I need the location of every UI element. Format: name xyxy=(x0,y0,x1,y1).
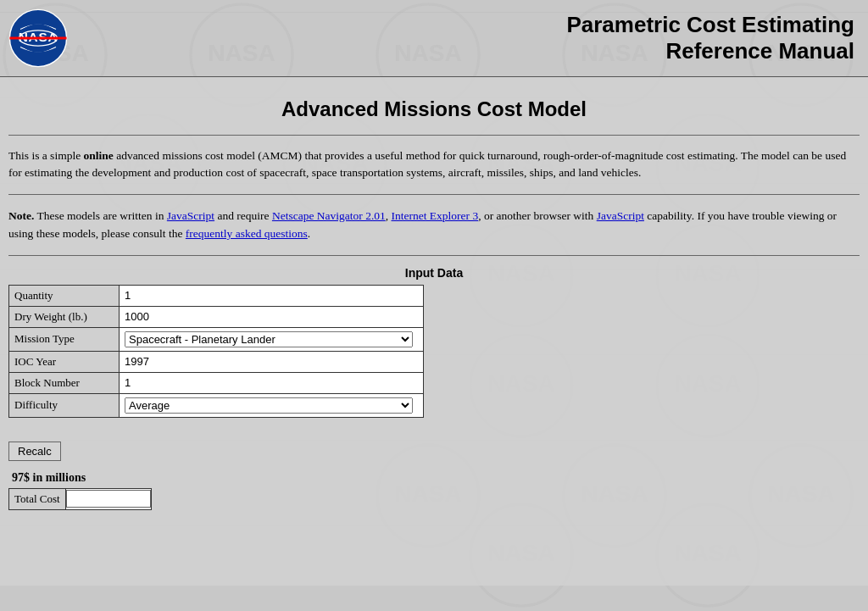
table-row: Block Number xyxy=(9,372,424,393)
link-faq[interactable]: frequently asked questions xyxy=(186,227,308,240)
description-prefix: This is a simple xyxy=(8,149,84,162)
quantity-label: Quantity xyxy=(9,285,120,306)
title-divider xyxy=(8,135,860,136)
result-table: Total Cost xyxy=(8,488,152,510)
quantity-input[interactable] xyxy=(125,289,201,302)
description-rest: advanced missions cost model (AMCM) that… xyxy=(8,149,846,179)
form-divider xyxy=(8,255,860,256)
total-cost-input[interactable] xyxy=(66,490,151,508)
table-row: Difficulty Low Average High xyxy=(9,393,424,417)
table-row: IOC Year xyxy=(9,351,424,372)
link-javascript1[interactable]: JavaScript xyxy=(167,209,214,222)
page-body: Advanced Missions Cost Model This is a s… xyxy=(0,77,868,586)
table-row: Quantity xyxy=(9,285,424,306)
nasa-logo: NASA xyxy=(8,8,68,68)
note-text: Note. These models are written in JavaSc… xyxy=(8,207,860,243)
dry-weight-label: Dry Weight (lb.) xyxy=(9,306,120,327)
input-table: Quantity Dry Weight (lb.) Mission Type xyxy=(8,285,424,418)
block-number-value-cell xyxy=(120,372,424,393)
ioc-year-label: IOC Year xyxy=(9,351,120,372)
input-data-title: Input Data xyxy=(8,266,860,280)
link-javascript2[interactable]: JavaScript xyxy=(597,209,644,222)
table-row: Mission Type Spacecraft - Planetary Land… xyxy=(9,327,424,351)
link-ie3[interactable]: Internet Explorer 3 xyxy=(392,209,479,222)
difficulty-label: Difficulty xyxy=(9,393,120,417)
ioc-year-input[interactable] xyxy=(125,355,201,368)
note-label: Note. xyxy=(8,209,34,222)
description-text: This is a simple online advanced mission… xyxy=(8,147,860,182)
dry-weight-input[interactable] xyxy=(125,310,201,323)
result-unit-label: 97$ in millions xyxy=(8,471,860,485)
desc-divider xyxy=(8,194,860,195)
mission-type-label: Mission Type xyxy=(9,327,120,351)
ioc-year-value-cell xyxy=(120,351,424,372)
recalc-button[interactable]: Recalc xyxy=(8,442,61,461)
description-bold: online xyxy=(84,149,114,162)
result-row: Total Cost xyxy=(9,488,152,509)
link-netscape[interactable]: Netscape Navigator 2.01 xyxy=(272,209,386,222)
quantity-value-cell xyxy=(120,285,424,306)
mission-type-value-cell: Spacecraft - Planetary Lander Spacecraft… xyxy=(120,327,424,351)
mission-type-select[interactable]: Spacecraft - Planetary Lander Spacecraft… xyxy=(125,331,413,347)
table-row: Dry Weight (lb.) xyxy=(9,306,424,327)
total-cost-value-cell xyxy=(65,488,151,509)
dry-weight-value-cell xyxy=(120,306,424,327)
page-title: Parametric Cost Estimating Reference Man… xyxy=(68,12,854,64)
difficulty-value-cell: Low Average High xyxy=(120,393,424,417)
total-cost-label: Total Cost xyxy=(9,488,66,509)
block-number-label: Block Number xyxy=(9,372,120,393)
block-number-input[interactable] xyxy=(125,376,201,389)
recalc-container: Recalc xyxy=(8,430,860,461)
page-header: NASA Parametric Cost Estimating Referenc… xyxy=(0,0,868,76)
difficulty-select[interactable]: Low Average High xyxy=(125,397,413,414)
main-title: Advanced Missions Cost Model xyxy=(8,77,860,135)
